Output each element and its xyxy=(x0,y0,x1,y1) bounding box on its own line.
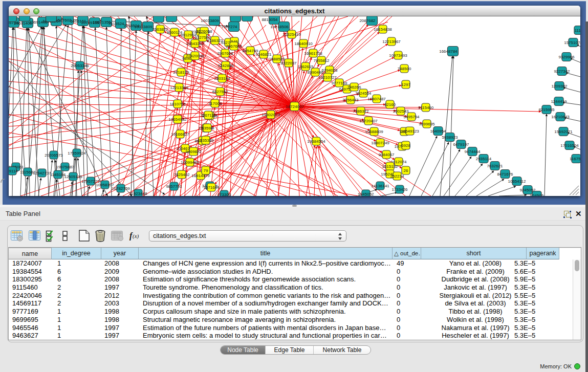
svg-text:2967608: 2967608 xyxy=(226,44,242,49)
svg-text:7632621: 7632621 xyxy=(487,164,503,168)
svg-text:8471676: 8471676 xyxy=(497,172,513,177)
svg-text:19166827: 19166827 xyxy=(171,132,189,137)
svg-text:16782759: 16782759 xyxy=(112,186,130,191)
svg-text:7955812: 7955812 xyxy=(313,58,330,63)
svg-text:16543362: 16543362 xyxy=(186,41,204,46)
svg-text:924505: 924505 xyxy=(530,193,544,196)
svg-text:19654982: 19654982 xyxy=(168,117,187,122)
svg-text:2718170: 2718170 xyxy=(173,70,189,75)
svg-text:16961758: 16961758 xyxy=(304,51,322,56)
svg-text:12213369: 12213369 xyxy=(170,85,188,90)
svg-text:26: 26 xyxy=(404,168,408,173)
svg-text:14136141: 14136141 xyxy=(371,184,389,188)
svg-text:9474444: 9474444 xyxy=(464,149,481,154)
svg-text:1527602: 1527602 xyxy=(55,18,72,23)
svg-text:2803144: 2803144 xyxy=(214,76,230,81)
svg-text:1244419: 1244419 xyxy=(551,99,567,104)
svg-text:2967608: 2967608 xyxy=(217,51,233,56)
svg-text:9245052: 9245052 xyxy=(358,192,374,196)
svg-text:1640954: 1640954 xyxy=(430,129,446,134)
svg-text:973306: 973306 xyxy=(217,192,231,196)
svg-text:1002543: 1002543 xyxy=(393,109,409,114)
svg-text:6928: 6928 xyxy=(401,143,410,148)
svg-text:3624554: 3624554 xyxy=(355,91,372,96)
svg-text:1810755: 1810755 xyxy=(169,102,186,106)
svg-text:252214: 252214 xyxy=(390,174,404,179)
svg-text:9084067: 9084067 xyxy=(378,152,395,157)
svg-text:5495754: 5495754 xyxy=(403,115,420,119)
svg-text:15692071: 15692071 xyxy=(554,129,573,134)
svg-text:19384554: 19384554 xyxy=(307,139,325,144)
svg-text:5938923: 5938923 xyxy=(442,135,458,140)
svg-text:9857791: 9857791 xyxy=(166,184,182,189)
svg-text:(x): (x) xyxy=(133,233,139,239)
svg-text:1297: 1297 xyxy=(401,82,410,87)
svg-text:9329966: 9329966 xyxy=(558,55,575,59)
svg-text:20206573: 20206573 xyxy=(45,153,63,158)
svg-text:7386372: 7386372 xyxy=(353,109,369,114)
svg-text:15751074: 15751074 xyxy=(564,40,580,45)
svg-text:9146821: 9146821 xyxy=(255,52,272,57)
svg-text:748500: 748500 xyxy=(398,67,411,71)
svg-text:6479197: 6479197 xyxy=(453,142,469,147)
svg-text:53594: 53594 xyxy=(202,126,213,130)
svg-text:9699695: 9699695 xyxy=(419,122,435,126)
svg-text:16033809: 16033809 xyxy=(134,25,153,29)
svg-text:6794028: 6794028 xyxy=(321,68,338,73)
svg-text:8990448: 8990448 xyxy=(307,70,323,75)
svg-text:15720407: 15720407 xyxy=(359,119,378,123)
svg-text:16210643: 16210643 xyxy=(551,115,570,119)
svg-text:1615132: 1615132 xyxy=(382,164,398,169)
svg-text:746266: 746266 xyxy=(347,85,361,90)
svg-text:2087682: 2087682 xyxy=(359,18,376,23)
svg-text:9242845: 9242845 xyxy=(217,63,234,68)
svg-text:22420046: 22420046 xyxy=(186,54,204,58)
svg-text:9469822: 9469822 xyxy=(185,149,202,154)
svg-text:16549123: 16549123 xyxy=(401,129,419,134)
svg-text:19302073: 19302073 xyxy=(262,113,280,117)
svg-text:62160: 62160 xyxy=(384,102,396,107)
svg-text:16648784: 16648784 xyxy=(439,49,458,54)
svg-text:12213967: 12213967 xyxy=(382,39,401,44)
svg-text:29053346: 29053346 xyxy=(71,63,89,68)
svg-text:1571644: 1571644 xyxy=(203,185,220,190)
svg-text:7625402: 7625402 xyxy=(173,172,190,177)
svg-text:1733426: 1733426 xyxy=(391,187,408,192)
svg-text:19975887: 19975887 xyxy=(56,165,74,169)
svg-text:16033809: 16033809 xyxy=(201,18,219,23)
svg-text:18724007: 18724007 xyxy=(286,104,304,109)
svg-text:1112: 1112 xyxy=(575,28,580,33)
svg-text:12342737: 12342737 xyxy=(33,171,51,176)
svg-text:7663822: 7663822 xyxy=(152,27,168,32)
svg-text:79: 79 xyxy=(204,168,208,173)
svg-text:18640910: 18640910 xyxy=(294,41,313,46)
svg-text:7357274: 7357274 xyxy=(221,25,237,29)
svg-text:10973493: 10973493 xyxy=(389,53,407,58)
svg-text:8322037: 8322037 xyxy=(280,61,297,65)
svg-text:1145194: 1145194 xyxy=(50,172,66,177)
svg-text:8427552: 8427552 xyxy=(212,90,228,94)
svg-text:3267130: 3267130 xyxy=(200,113,216,118)
svg-text:39114: 39114 xyxy=(9,169,18,173)
svg-text:2156443: 2156443 xyxy=(342,98,359,102)
svg-text:16210727: 16210727 xyxy=(318,75,337,80)
svg-text:317006: 317006 xyxy=(208,101,222,106)
svg-text:17016504: 17016504 xyxy=(560,143,579,148)
svg-text:8813054: 8813054 xyxy=(262,17,278,22)
svg-text:19218506: 19218506 xyxy=(270,25,289,29)
svg-text:12325419: 12325419 xyxy=(282,32,301,37)
svg-text:1535359: 1535359 xyxy=(198,138,214,143)
svg-text:9227342: 9227342 xyxy=(554,69,570,74)
svg-text:7515524: 7515524 xyxy=(108,21,124,26)
svg-text:2935114: 2935114 xyxy=(476,157,492,161)
svg-text:9115460: 9115460 xyxy=(418,105,434,110)
svg-text:10654112: 10654112 xyxy=(508,179,527,184)
svg-text:11923448: 11923448 xyxy=(129,191,148,196)
svg-text:12505135: 12505135 xyxy=(64,174,82,179)
svg-text:8215955: 8215955 xyxy=(538,107,555,112)
svg-text:16099489: 16099489 xyxy=(181,160,199,165)
svg-text:18807249: 18807249 xyxy=(371,141,389,145)
svg-text:116753: 116753 xyxy=(570,157,580,161)
svg-text:1209382: 1209382 xyxy=(551,84,568,89)
svg-text:1362615: 1362615 xyxy=(297,64,314,69)
